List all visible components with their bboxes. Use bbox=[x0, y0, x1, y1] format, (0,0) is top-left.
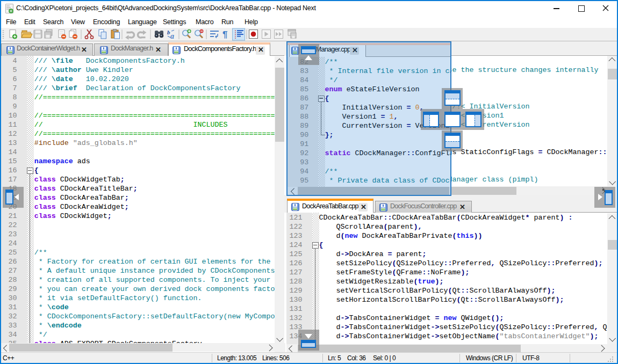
svg-text:a: a bbox=[170, 32, 174, 40]
svg-text:¶: ¶ bbox=[222, 30, 227, 40]
